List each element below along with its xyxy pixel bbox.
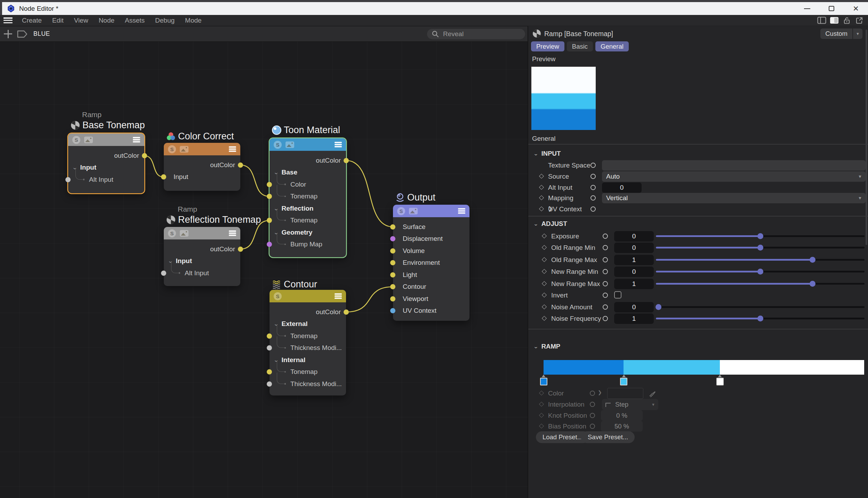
node-header[interactable]: S bbox=[68, 133, 144, 146]
ramp-knot-2[interactable] bbox=[620, 375, 628, 385]
chevron-down-icon[interactable]: ⌄ bbox=[72, 164, 78, 171]
texture-space-field[interactable] bbox=[602, 160, 866, 171]
chevron-down-icon[interactable]: ⌄ bbox=[273, 321, 279, 327]
keyframe-diamond-icon[interactable] bbox=[542, 316, 547, 321]
exposure-field[interactable]: 0 bbox=[614, 231, 654, 242]
port-light[interactable] bbox=[390, 272, 395, 277]
keyframe-diamond-icon[interactable] bbox=[542, 234, 547, 238]
alt-input-field[interactable]: 0 bbox=[602, 182, 642, 193]
old-range-min-slider[interactable] bbox=[656, 247, 865, 248]
port-bump-map[interactable] bbox=[267, 242, 272, 247]
port-outcolor[interactable] bbox=[344, 309, 349, 315]
port-internal-tonemap[interactable] bbox=[267, 369, 272, 375]
section-adjust[interactable]: ⌄ADJUST bbox=[534, 220, 567, 228]
new-range-max-field[interactable]: 1 bbox=[614, 279, 654, 289]
knot-color-field[interactable] bbox=[607, 388, 643, 399]
hamburger-menu-icon[interactable] bbox=[3, 17, 13, 23]
solo-badge-icon[interactable]: S bbox=[168, 229, 176, 237]
menu-node[interactable]: Node bbox=[94, 17, 120, 24]
mapping-dropdown[interactable]: Vertical▼ bbox=[602, 193, 866, 203]
bias-position-field[interactable]: 50 % bbox=[601, 421, 643, 432]
panel-mode-icon[interactable] bbox=[830, 17, 839, 24]
tab-general[interactable]: General bbox=[595, 41, 629, 51]
minimize-button[interactable] bbox=[795, 2, 819, 15]
port-base-tonemap[interactable] bbox=[267, 194, 272, 199]
menu-debug[interactable]: Debug bbox=[150, 17, 180, 24]
old-range-max-field[interactable]: 1 bbox=[614, 255, 654, 265]
new-range-min-slider[interactable] bbox=[656, 271, 865, 272]
close-button[interactable]: ✕ bbox=[844, 2, 868, 15]
node-base-tonemap[interactable]: S outColor ⌄Input Alt Input bbox=[68, 133, 144, 193]
knot-position-field[interactable]: 0 % bbox=[601, 410, 643, 421]
preview-image-icon[interactable] bbox=[286, 141, 294, 148]
port-circle[interactable] bbox=[590, 185, 596, 190]
solo-badge-icon[interactable]: S bbox=[168, 145, 176, 153]
invert-checkbox[interactable] bbox=[614, 291, 621, 299]
section-input[interactable]: ⌄INPUT bbox=[534, 150, 561, 157]
node-menu-icon[interactable] bbox=[335, 142, 342, 147]
node-menu-icon[interactable] bbox=[458, 208, 465, 214]
keyframe-diamond-icon[interactable] bbox=[542, 269, 547, 274]
preview-image-icon[interactable] bbox=[180, 230, 188, 237]
preview-image-icon[interactable] bbox=[180, 146, 188, 153]
source-dropdown[interactable]: Auto▼ bbox=[602, 171, 866, 182]
node-output[interactable]: S Surface Displacement Volume Environmen… bbox=[393, 205, 469, 321]
noise-amount-slider[interactable] bbox=[656, 306, 865, 308]
solo-badge-icon[interactable]: S bbox=[274, 141, 282, 149]
node-menu-icon[interactable] bbox=[133, 137, 140, 142]
port-outcolor[interactable] bbox=[142, 153, 147, 158]
node-header[interactable]: S bbox=[164, 227, 240, 239]
port-circle[interactable] bbox=[603, 293, 608, 298]
port-reflection-tonemap[interactable] bbox=[267, 218, 272, 223]
menu-view[interactable]: View bbox=[69, 17, 94, 24]
node-menu-icon[interactable] bbox=[229, 230, 236, 236]
node-header[interactable]: S bbox=[270, 290, 346, 302]
chevron-down-icon[interactable]: ⌄ bbox=[273, 357, 279, 363]
port-circle[interactable] bbox=[603, 257, 608, 262]
solo-badge-icon[interactable]: S bbox=[397, 207, 405, 215]
node-menu-icon[interactable] bbox=[335, 293, 342, 299]
noise-frequency-field[interactable]: 1 bbox=[614, 313, 654, 324]
port-outcolor[interactable] bbox=[238, 246, 243, 252]
keyframe-diamond-icon[interactable] bbox=[539, 185, 544, 190]
menu-create[interactable]: Create bbox=[17, 17, 47, 24]
noise-frequency-slider[interactable] bbox=[656, 318, 865, 319]
port-circle[interactable] bbox=[603, 316, 608, 321]
ramp-knot-1[interactable] bbox=[539, 375, 548, 385]
port-outcolor[interactable] bbox=[238, 162, 243, 168]
new-range-max-slider[interactable] bbox=[656, 283, 865, 285]
tab-preview[interactable]: Preview bbox=[531, 41, 564, 51]
chevron-down-icon[interactable]: ⌄ bbox=[273, 205, 279, 212]
port-circle[interactable] bbox=[590, 206, 596, 212]
exposure-slider[interactable] bbox=[656, 235, 865, 237]
solo-badge-icon[interactable]: S bbox=[274, 292, 282, 300]
search-input[interactable]: Reveal bbox=[427, 29, 525, 39]
keyframe-diamond-icon[interactable] bbox=[539, 174, 544, 179]
port-circle[interactable] bbox=[603, 269, 608, 274]
port-external-tonemap[interactable] bbox=[267, 333, 272, 338]
keyframe-diamond-icon[interactable] bbox=[542, 257, 547, 262]
keyframe-diamond-icon[interactable] bbox=[539, 206, 544, 211]
save-preset-button[interactable]: Save Preset... bbox=[581, 431, 635, 443]
chevron-down-icon[interactable]: ⌄ bbox=[168, 258, 173, 264]
add-node-icon[interactable] bbox=[4, 30, 12, 38]
open-external-icon[interactable] bbox=[855, 17, 864, 24]
port-circle[interactable] bbox=[603, 245, 608, 250]
port-displacement[interactable] bbox=[390, 236, 395, 242]
keyframe-diamond-icon[interactable] bbox=[542, 304, 547, 309]
keyframe-diamond-icon[interactable] bbox=[542, 245, 547, 250]
node-contour[interactable]: S outColor ⌄External Tonemap Thickness M… bbox=[270, 290, 346, 395]
keyframe-diamond-icon[interactable] bbox=[542, 293, 547, 297]
new-range-min-field[interactable]: 0 bbox=[614, 267, 654, 277]
port-internal-thickness[interactable] bbox=[267, 381, 272, 386]
port-alt-input[interactable] bbox=[161, 270, 166, 276]
chevron-down-icon[interactable]: ⌄ bbox=[273, 169, 279, 175]
port-contour[interactable] bbox=[390, 284, 395, 289]
lock-icon[interactable] bbox=[842, 17, 851, 24]
interpolation-dropdown[interactable]: Step ▼ bbox=[602, 399, 658, 410]
menu-mode[interactable]: Mode bbox=[180, 17, 207, 24]
port-environment[interactable] bbox=[390, 260, 395, 266]
menu-edit[interactable]: Edit bbox=[47, 17, 69, 24]
preset-dropdown-arrow[interactable]: ▼ bbox=[853, 28, 862, 39]
keyframe-diamond-icon[interactable] bbox=[539, 195, 544, 200]
